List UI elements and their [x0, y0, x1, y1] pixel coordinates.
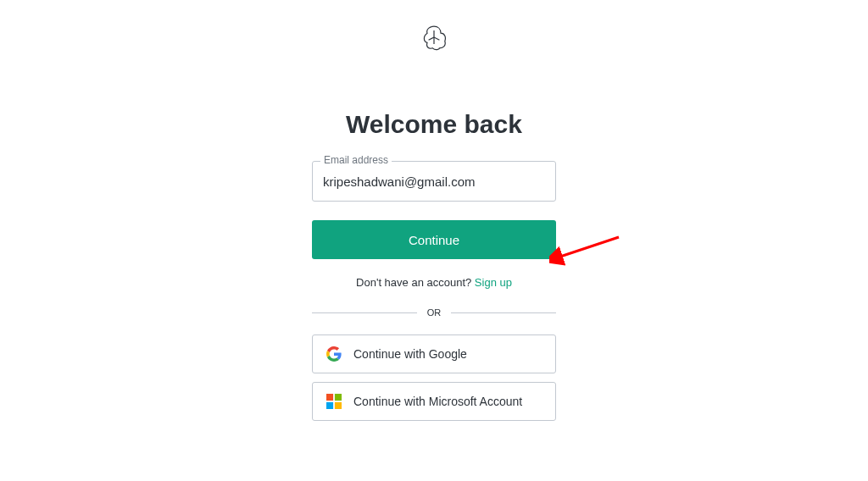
login-container: Welcome back Email address Continue Don'…	[0, 0, 868, 429]
signup-prompt: Don't have an account? Sign up	[356, 276, 512, 289]
svg-rect-0	[326, 394, 333, 401]
svg-rect-2	[326, 402, 333, 409]
divider-line-left	[312, 312, 417, 313]
page-title: Welcome back	[346, 110, 522, 139]
divider: OR	[312, 307, 556, 318]
microsoft-button-label: Continue with Microsoft Account	[353, 395, 522, 408]
signup-link[interactable]: Sign up	[475, 276, 512, 289]
signup-text: Don't have an account?	[356, 276, 475, 289]
google-icon	[326, 346, 342, 362]
divider-line-right	[451, 312, 556, 313]
google-button-label: Continue with Google	[353, 347, 467, 361]
divider-text: OR	[417, 307, 452, 318]
svg-rect-1	[335, 394, 342, 401]
microsoft-icon	[326, 394, 342, 409]
continue-google-button[interactable]: Continue with Google	[312, 334, 556, 373]
email-field[interactable]	[312, 161, 556, 202]
continue-microsoft-button[interactable]: Continue with Microsoft Account	[312, 382, 556, 421]
email-label: Email address	[320, 154, 392, 166]
email-input-wrapper: Email address	[312, 161, 556, 202]
svg-rect-3	[335, 402, 342, 409]
openai-logo-icon	[420, 24, 448, 51]
continue-button[interactable]: Continue	[312, 220, 556, 259]
